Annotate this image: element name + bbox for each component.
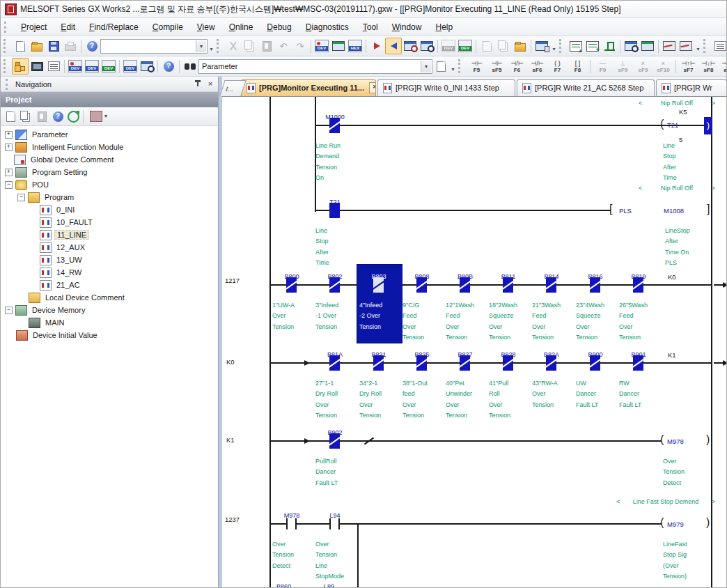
tree-item-0-ini[interactable]: 0_INI <box>1 203 218 216</box>
nc-contact-b821[interactable] <box>373 355 384 371</box>
nc-contact-b808[interactable] <box>416 277 427 293</box>
navigation-window-button[interactable] <box>12 58 29 75</box>
tree-item-global-device-comment[interactable]: Global Device Comment <box>1 153 218 166</box>
tree-item-13-uw[interactable]: 13_UW <box>1 254 218 266</box>
copy-button[interactable] <box>242 38 258 54</box>
tree-item-program-setting[interactable]: Program Setting <box>1 166 218 178</box>
menu-window[interactable]: Window <box>385 20 429 34</box>
device-batch-monitor-button[interactable] <box>623 38 639 54</box>
pin-icon[interactable] <box>193 79 203 89</box>
new-item-button[interactable] <box>3 109 18 124</box>
collapse-icon[interactable] <box>17 194 25 201</box>
parameter-doc-button[interactable] <box>512 38 529 54</box>
nc-contact-b827[interactable] <box>460 355 470 371</box>
monitor-mode-button[interactable] <box>533 38 550 54</box>
find-options-button[interactable] <box>432 58 449 75</box>
falling-pulse-button[interactable]: ⊣↓⊢sF8 <box>698 58 719 75</box>
toolbar-grip[interactable] <box>3 59 9 73</box>
tab-write-21-ac[interactable]: [PRG]R Write 21_AC 5268 Step <box>517 79 655 96</box>
device-note-button[interactable]: DEV <box>100 58 117 75</box>
menu-help[interactable]: Help <box>428 20 460 34</box>
nc-contact-b802[interactable] <box>329 277 340 293</box>
expand-icon[interactable] <box>5 131 13 139</box>
stop-monitor-button[interactable] <box>601 38 618 54</box>
copy-item-button[interactable] <box>18 109 33 124</box>
menu-diagnostics[interactable]: Diagnostics <box>299 20 356 34</box>
tree-item-device-initial-value[interactable]: Device Initial Value <box>1 329 218 341</box>
menu-debug[interactable]: Debug <box>260 20 298 34</box>
device-comment-edit-button[interactable]: DEV <box>313 38 330 54</box>
coil-m978[interactable]: M978 <box>667 438 684 445</box>
tree-item-10-fault[interactable]: 10_FAULT <box>1 216 218 229</box>
watch-window-2-button[interactable] <box>678 38 694 54</box>
no-contact-l94[interactable] <box>338 518 340 529</box>
function-block-button[interactable] <box>29 58 45 75</box>
toolbar-grip[interactable] <box>217 39 222 53</box>
find-button[interactable] <box>182 58 198 75</box>
tree-item-program[interactable]: Program <box>1 191 218 203</box>
toolbar-overflow-icon[interactable]: ▾ <box>208 38 215 54</box>
no-contact-t21[interactable] <box>329 203 340 218</box>
help-button-2[interactable] <box>160 58 177 75</box>
program-check-button[interactable] <box>478 38 495 54</box>
print-button[interactable] <box>62 38 79 54</box>
application-instruction-button[interactable]: [ ]F8 <box>568 58 588 75</box>
paste-button[interactable] <box>258 38 275 54</box>
coil-button[interactable]: ( )F7 <box>547 58 568 75</box>
device-comment-display-button[interactable]: DEV <box>67 58 84 75</box>
nc-contact-b828[interactable] <box>503 355 513 371</box>
nc-contact-m1000[interactable] <box>329 118 340 133</box>
menu-view[interactable]: View <box>190 20 222 34</box>
tab-write-0-ini[interactable]: [PRG]R Write 0_INI 1433 Step <box>377 79 515 96</box>
rising-pulse-branch-button[interactable]: ⊣↑⊢aF7 <box>719 58 727 75</box>
undo-button[interactable]: ↶ <box>275 38 292 54</box>
project-section-header[interactable]: Project <box>1 92 218 107</box>
tree-item-parameter[interactable]: Parameter <box>1 128 218 141</box>
watch-window-1-button[interactable] <box>661 38 678 54</box>
tree-item-main[interactable]: MAIN <box>1 316 218 329</box>
closed-branch-button[interactable]: ⊣/⊢sF6 <box>527 58 547 75</box>
no-contact-m978[interactable] <box>295 518 297 529</box>
nc-contact-b811[interactable] <box>503 277 513 293</box>
buffer-memory-button[interactable]: HEX <box>347 38 364 54</box>
no-contact-m978[interactable] <box>286 518 288 529</box>
refresh-icon[interactable] <box>65 109 81 124</box>
new-project-button[interactable] <box>12 38 29 54</box>
help-button[interactable] <box>84 38 100 54</box>
delete-vertical-line-button[interactable]: ×cF10 <box>653 58 673 75</box>
device-monitor-button[interactable] <box>330 38 347 54</box>
tree-item-local-device-comment[interactable]: Local Device Comment <box>1 291 218 304</box>
remote-operation-button[interactable] <box>419 38 435 54</box>
device-find-button[interactable] <box>139 58 155 75</box>
output-window-button[interactable] <box>45 58 62 75</box>
tab-partial-right[interactable]: [PRG]R Wr <box>656 79 727 96</box>
horizontal-line-button[interactable]: —F9 <box>593 58 613 75</box>
redo-button[interactable]: ↷ <box>292 38 308 54</box>
menu-online[interactable]: Online <box>222 20 260 34</box>
coil-m979[interactable]: M979 <box>667 520 684 528</box>
tree-item-14-rw[interactable]: 14_RW <box>1 266 218 279</box>
write-to-plc-button[interactable] <box>368 38 385 54</box>
toolbar-overflow-icon[interactable]: ▾ <box>550 38 558 54</box>
closed-contact-button[interactable]: ⊣/⊢F6 <box>507 58 527 75</box>
tree-item-device-memory[interactable]: Device Memory <box>1 304 218 316</box>
close-icon[interactable]: × <box>205 79 215 89</box>
nc-contact-b814[interactable] <box>546 277 556 293</box>
delete-horizontal-line-button[interactable]: ×cF9 <box>633 58 653 75</box>
read-from-plc-button[interactable] <box>385 38 402 54</box>
entry-data-monitor-button[interactable] <box>639 38 656 54</box>
pls-device-m1008[interactable]: M1008 <box>664 207 684 215</box>
vertical-line-button[interactable]: ⊥sF9 <box>613 58 633 75</box>
menu-find-replace[interactable]: Find/Replace <box>82 20 146 34</box>
tree-item-12-aux[interactable]: 12_AUX <box>1 241 218 254</box>
tree-item-11-line[interactable]: 11_LINE <box>1 229 218 241</box>
tree-item-21-ac[interactable]: 21_AC <box>1 279 218 291</box>
nc-contact-b819[interactable] <box>633 277 643 293</box>
toolbar-overflow-icon[interactable]: ▾ <box>449 59 457 74</box>
verify-with-plc-button[interactable] <box>402 38 419 54</box>
menu-project[interactable]: Project <box>14 20 54 34</box>
paste-item-button[interactable] <box>33 109 50 125</box>
collapse-icon[interactable] <box>5 181 13 189</box>
close-icon[interactable]: × <box>369 82 376 93</box>
open-contact-button[interactable]: ⊣⊢F5 <box>467 58 487 75</box>
